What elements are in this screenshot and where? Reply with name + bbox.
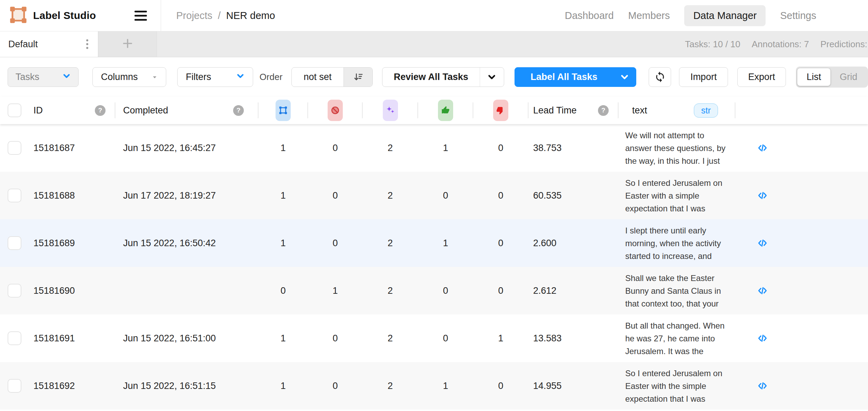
- show-source-button[interactable]: [735, 380, 790, 391]
- task-completed: Jun 15 2022, 16:45:27: [115, 143, 258, 153]
- accepted-count: 0: [418, 333, 473, 344]
- task-id: 15181688: [29, 190, 115, 201]
- filters-dropdown[interactable]: Filters: [177, 67, 253, 87]
- lead-time: 38.753: [528, 143, 618, 153]
- help-icon[interactable]: ?: [95, 105, 106, 116]
- lead-time: 13.583: [528, 333, 618, 344]
- code-icon: [757, 285, 768, 296]
- chevron-down-icon: [62, 72, 71, 82]
- show-source-button[interactable]: [735, 333, 790, 344]
- code-icon: [757, 333, 768, 344]
- show-source-button[interactable]: [735, 142, 790, 153]
- code-icon: [757, 190, 768, 201]
- columns-dropdown[interactable]: Columns: [92, 67, 166, 87]
- rejected-count: 0: [473, 381, 528, 391]
- string-type-badge: str: [694, 103, 718, 118]
- column-header-rejected[interactable]: [473, 97, 528, 124]
- list-view-button[interactable]: List: [797, 68, 830, 86]
- select-all-checkbox[interactable]: [8, 103, 21, 117]
- task-id: 15181687: [29, 143, 115, 153]
- nav-dashboard[interactable]: Dashboard: [565, 5, 614, 26]
- nav-data-manager[interactable]: Data Manager: [684, 5, 766, 26]
- refresh-button[interactable]: [649, 67, 671, 87]
- accepted-count: 0: [418, 285, 473, 296]
- column-header-source: [735, 97, 790, 124]
- show-source-button[interactable]: [735, 238, 790, 249]
- task-completed: Jun 17 2022, 18:19:27: [115, 190, 258, 201]
- column-header-annotations[interactable]: [258, 97, 308, 124]
- tab-default[interactable]: Default: [0, 31, 98, 57]
- breadcrumb-current-project: NER demo: [226, 10, 275, 21]
- table-header: ID ? Completed ?: [0, 97, 868, 124]
- nav-settings[interactable]: Settings: [780, 5, 816, 26]
- thumbs-down-icon: [493, 100, 508, 121]
- show-source-button[interactable]: [735, 285, 790, 296]
- accepted-count: 1: [418, 143, 473, 153]
- task-completed: Jun 15 2022, 16:51:00: [115, 333, 258, 344]
- row-checkbox[interactable]: [8, 284, 21, 298]
- table-row[interactable]: 15181691 Jun 15 2022, 16:51:00 1 0 2 0 1…: [0, 314, 868, 362]
- column-header-lead-time[interactable]: Lead Time ?: [528, 97, 618, 124]
- predictions-count: 2: [362, 190, 418, 201]
- tasks-dropdown[interactable]: Tasks: [8, 67, 79, 87]
- table-row[interactable]: 15181692 Jun 15 2022, 16:51:15 1 0 2 1 0…: [0, 362, 868, 410]
- show-source-button[interactable]: [735, 190, 790, 201]
- task-text-snippet: So I entered Jerusalem on Easter with a …: [618, 177, 732, 215]
- row-checkbox[interactable]: [8, 379, 21, 393]
- table-row[interactable]: 15181688 Jun 17 2022, 18:19:27 1 0 2 0 0…: [0, 172, 868, 219]
- row-checkbox[interactable]: [8, 141, 21, 155]
- export-button[interactable]: Export: [737, 67, 786, 87]
- nav-members[interactable]: Members: [628, 5, 670, 26]
- breadcrumb-separator: /: [218, 10, 221, 21]
- tab-kebab-menu-icon[interactable]: [84, 37, 90, 51]
- row-checkbox[interactable]: [8, 236, 21, 250]
- help-icon[interactable]: ?: [598, 105, 609, 116]
- accepted-count: 0: [418, 190, 473, 201]
- stat-annotations: Annotations: 7: [752, 39, 809, 50]
- bounding-box-icon: [276, 100, 291, 121]
- import-button[interactable]: Import: [679, 67, 728, 87]
- order-value-button[interactable]: not set: [291, 67, 373, 87]
- sort-direction-button[interactable]: [343, 68, 372, 87]
- predictions-count: 2: [362, 143, 418, 153]
- add-tab-button[interactable]: [98, 31, 157, 57]
- tasks-dropdown-label: Tasks: [16, 72, 39, 82]
- table-row[interactable]: 15181687 Jun 15 2022, 16:45:27 1 0 2 1 0…: [0, 124, 868, 172]
- column-header-cancelled[interactable]: [308, 97, 362, 124]
- breadcrumb-projects[interactable]: Projects: [176, 10, 212, 21]
- label-all-tasks-button[interactable]: Label All Tasks: [515, 67, 637, 87]
- annotations-count: 1: [258, 238, 308, 249]
- review-all-tasks-button[interactable]: Review All Tasks: [382, 67, 504, 87]
- review-dropdown-toggle[interactable]: [480, 68, 504, 87]
- export-label: Export: [748, 72, 775, 82]
- annotations-count: 1: [258, 333, 308, 344]
- id-header-label: ID: [33, 105, 43, 116]
- column-header-id[interactable]: ID ?: [29, 97, 115, 124]
- code-icon: [757, 380, 768, 391]
- column-header-accepted[interactable]: [418, 97, 473, 124]
- rejected-count: 0: [473, 143, 528, 153]
- stat-predictions: Predictions: 20: [820, 39, 868, 50]
- column-header-text[interactable]: text str: [618, 97, 735, 124]
- import-label: Import: [690, 72, 717, 82]
- column-header-completed[interactable]: Completed ?: [115, 97, 258, 124]
- task-text-snippet: We will not attempt to answer these ques…: [618, 129, 732, 167]
- table-row[interactable]: 15181690 0 1 2 0 0 2.612 Shall we take t…: [0, 267, 868, 314]
- refresh-icon: [654, 71, 666, 83]
- cancelled-count: 1: [308, 285, 362, 296]
- thumbs-up-icon: [438, 100, 453, 121]
- task-text-snippet: But all that changed. When he was 27, he…: [618, 319, 732, 358]
- column-header-predictions[interactable]: [362, 97, 418, 124]
- lead-time: 2.612: [528, 285, 618, 296]
- row-checkbox[interactable]: [8, 331, 21, 345]
- task-text-snippet: I slept there until early morning, when …: [618, 224, 732, 262]
- hamburger-menu-icon[interactable]: [134, 11, 147, 21]
- rejected-count: 0: [473, 238, 528, 249]
- label-dropdown-toggle[interactable]: [613, 68, 636, 87]
- help-icon[interactable]: ?: [233, 105, 244, 116]
- row-checkbox[interactable]: [8, 189, 21, 202]
- rejected-count: 1: [473, 333, 528, 344]
- table-row[interactable]: 15181689 Jun 15 2022, 16:50:42 1 0 2 1 0…: [0, 219, 868, 267]
- lead-time: 60.535: [528, 190, 618, 201]
- grid-view-button[interactable]: Grid: [830, 68, 867, 86]
